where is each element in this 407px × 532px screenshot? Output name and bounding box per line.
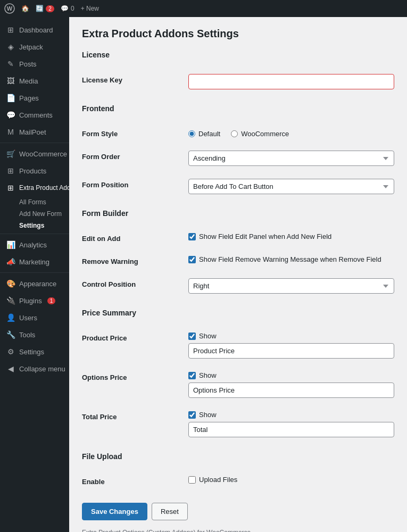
total-price-show-checkbox[interactable] xyxy=(188,411,196,419)
form-style-row: Form Style Default WooCommerce xyxy=(82,121,394,144)
users-icon: 👤 xyxy=(6,313,15,322)
form-builder-form-table: Edit on Add Show Field Edit Panel when A… xyxy=(82,226,394,300)
sidebar-item-collapse[interactable]: ◀ Collapse menu xyxy=(0,360,69,377)
tools-icon: 🔧 xyxy=(6,330,15,339)
enable-upload-text: Upload Files xyxy=(199,476,237,484)
sidebar-item-dashboard[interactable]: ⊞ Dashboard xyxy=(0,21,69,38)
total-price-label: Total Price xyxy=(82,404,188,444)
enable-upload-label: Enable xyxy=(82,469,188,492)
file-upload-section: File Upload Enable Upload Files xyxy=(82,452,394,492)
home-button[interactable]: 🏠 xyxy=(21,5,29,12)
remove-warning-field: Show Field Remove Warning Message when R… xyxy=(188,249,394,272)
sidebar-separator-2 xyxy=(0,234,69,234)
reset-button[interactable]: Reset xyxy=(152,503,188,520)
sidebar-subitem-all-forms[interactable]: All Forms xyxy=(0,196,69,208)
sidebar-item-pages[interactable]: 📄 Pages xyxy=(0,89,69,106)
form-order-row: Form Order Ascending Descending xyxy=(82,144,394,172)
options-price-input[interactable] xyxy=(188,383,394,398)
form-style-default-label[interactable]: Default xyxy=(188,130,220,138)
remove-warning-text: Show Field Remove Warning Message when R… xyxy=(199,255,381,263)
remove-warning-checkbox-label[interactable]: Show Field Remove Warning Message when R… xyxy=(188,255,394,263)
frontend-form-table: Form Style Default WooCommerce xyxy=(82,121,394,201)
save-changes-button[interactable]: Save Changes xyxy=(82,503,147,520)
enable-upload-checkbox[interactable] xyxy=(188,476,196,484)
product-price-input[interactable] xyxy=(188,343,394,359)
sidebar-item-products[interactable]: ⊞ Products xyxy=(0,162,69,179)
edit-on-add-checkbox[interactable] xyxy=(188,233,196,240)
sidebar-item-mailpoet[interactable]: M MailPoet xyxy=(0,123,69,140)
sidebar-item-label: Jetpack xyxy=(19,43,43,51)
license-key-label: License Key xyxy=(82,68,188,96)
form-style-default-radio[interactable] xyxy=(188,130,195,137)
page-layout: ⊞ Dashboard ◈ Jetpack ✎ Posts 🖼 Media 📄 … xyxy=(0,17,407,532)
enable-upload-checkbox-label[interactable]: Upload Files xyxy=(188,476,394,484)
options-price-field: Show xyxy=(188,365,394,404)
svg-text:W: W xyxy=(7,5,13,12)
pages-icon: 📄 xyxy=(6,94,15,102)
license-section: License License Key xyxy=(82,51,394,96)
sidebar-item-settings[interactable]: ⚙ Settings xyxy=(0,343,69,360)
sidebar-item-label: Tools xyxy=(19,331,35,339)
page-title: Extra Product Addons Settings xyxy=(82,28,394,40)
product-price-show-checkbox[interactable] xyxy=(188,332,196,340)
sidebar-item-label: Products xyxy=(19,167,46,175)
sidebar-item-extra-product-addons[interactable]: ⊞ Extra Product Addons xyxy=(0,179,69,196)
control-position-select[interactable]: Right Left xyxy=(188,278,394,294)
plugins-badge: 1 xyxy=(47,297,56,304)
sidebar-item-tools[interactable]: 🔧 Tools xyxy=(0,326,69,343)
wp-logo-button[interactable]: W xyxy=(4,3,15,14)
sidebar-item-media[interactable]: 🖼 Media xyxy=(0,72,69,89)
form-style-radio-group: Default WooCommerce xyxy=(188,128,394,138)
sidebar-item-label: Comments xyxy=(19,111,53,119)
sidebar-item-label: Collapse menu xyxy=(19,365,65,373)
comments-button[interactable]: 💬 0 xyxy=(61,5,74,12)
sidebar-item-analytics[interactable]: 📊 Analytics xyxy=(0,236,69,253)
sidebar-item-appearance[interactable]: 🎨 Appearance xyxy=(0,275,69,292)
license-key-input[interactable] xyxy=(188,74,394,89)
total-price-show-label[interactable]: Show xyxy=(188,411,394,419)
form-style-woocommerce-radio[interactable] xyxy=(231,130,238,137)
frontend-section-title: Frontend xyxy=(82,104,394,113)
updates-badge: 2 xyxy=(46,5,54,12)
add-new-form-label: Add New Form xyxy=(19,210,62,218)
form-order-select[interactable]: Ascending Descending xyxy=(188,151,394,166)
license-key-row: License Key xyxy=(82,68,394,96)
form-style-woocommerce-label[interactable]: WooCommerce xyxy=(231,130,289,138)
options-price-show-label[interactable]: Show xyxy=(188,371,394,379)
new-button[interactable]: + New xyxy=(81,5,99,12)
edit-on-add-checkbox-label[interactable]: Show Field Edit Panel when Add New Field xyxy=(188,232,394,240)
form-builder-section-title: Form Builder xyxy=(82,209,394,218)
remove-warning-checkbox[interactable] xyxy=(188,256,196,263)
form-style-label: Form Style xyxy=(82,121,188,144)
sidebar-separator-3 xyxy=(0,272,69,273)
form-position-row: Form Position Before Add To Cart Button … xyxy=(82,172,394,201)
total-price-input[interactable] xyxy=(188,422,394,437)
form-position-select[interactable]: Before Add To Cart Button After Add To C… xyxy=(188,179,394,194)
control-position-row: Control Position Right Left xyxy=(82,272,394,300)
product-price-show-label[interactable]: Show xyxy=(188,332,394,340)
sidebar-item-comments[interactable]: 💬 Comments xyxy=(0,106,69,123)
sidebar-item-marketing[interactable]: 📣 Marketing xyxy=(0,253,69,270)
sidebar-item-users[interactable]: 👤 Users xyxy=(0,309,69,326)
comments-icon: 💬 xyxy=(61,5,69,12)
sidebar-item-jetpack[interactable]: ◈ Jetpack xyxy=(0,38,69,55)
products-icon: ⊞ xyxy=(6,167,15,175)
edit-on-add-label: Edit on Add xyxy=(82,226,188,249)
product-price-row: Product Price Show xyxy=(82,326,394,365)
license-section-title: License xyxy=(82,51,394,59)
settings-icon: ⚙ xyxy=(6,347,15,356)
sidebar-item-woocommerce[interactable]: 🛒 WooCommerce xyxy=(0,145,69,162)
woocommerce-icon: 🛒 xyxy=(6,149,15,158)
remove-warning-row: Remove Warning Show Field Remove Warning… xyxy=(82,249,394,272)
options-price-show-checkbox[interactable] xyxy=(188,372,196,379)
remove-warning-label: Remove Warning xyxy=(82,249,188,272)
updates-button[interactable]: 🔄 2 xyxy=(36,5,54,12)
sidebar-item-plugins[interactable]: 🔌 Plugins 1 xyxy=(0,292,69,309)
total-price-group: Show xyxy=(188,411,394,437)
edit-on-add-field: Show Field Edit Panel when Add New Field xyxy=(188,226,394,249)
sidebar-subitem-settings[interactable]: Settings xyxy=(0,220,69,231)
sidebar-subitem-add-new-form[interactable]: Add New Form xyxy=(0,208,69,220)
sidebar-item-posts[interactable]: ✎ Posts xyxy=(0,55,69,72)
settings-sublabel: Settings xyxy=(19,222,44,229)
total-price-field: Show xyxy=(188,404,394,444)
